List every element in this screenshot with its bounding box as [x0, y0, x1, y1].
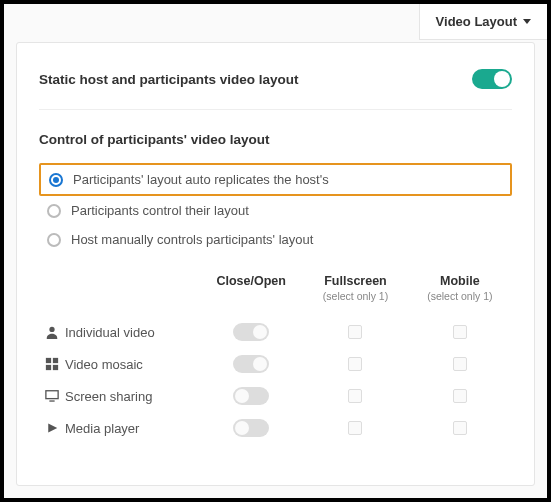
column-fullscreen: Fullscreen (select only 1) — [303, 274, 407, 302]
static-layout-toggle[interactable] — [472, 69, 512, 89]
control-title: Control of participants' video layout — [39, 132, 512, 147]
media-player-mobile-checkbox[interactable] — [453, 421, 467, 435]
svg-rect-4 — [53, 365, 58, 370]
column-mobile: Mobile (select only 1) — [408, 274, 512, 302]
svg-rect-2 — [53, 358, 58, 363]
row-label: Media player — [65, 421, 199, 436]
video-mosaic-fullscreen-checkbox[interactable] — [348, 357, 362, 371]
static-layout-title: Static host and participants video layou… — [39, 72, 299, 87]
settings-panel: Static host and participants video layou… — [16, 42, 535, 486]
individual-video-fullscreen-checkbox[interactable] — [348, 325, 362, 339]
row-video-mosaic: Video mosaic — [39, 348, 512, 380]
row-individual-video: Individual video — [39, 316, 512, 348]
video-mosaic-mobile-checkbox[interactable] — [453, 357, 467, 371]
individual-video-mobile-checkbox[interactable] — [453, 325, 467, 339]
radio-icon — [47, 204, 61, 218]
tab-label: Video Layout — [436, 14, 517, 29]
video-layout-tab[interactable]: Video Layout — [419, 4, 547, 40]
svg-rect-1 — [46, 358, 51, 363]
svg-rect-5 — [46, 391, 58, 399]
monitor-icon — [39, 389, 65, 403]
svg-rect-3 — [46, 365, 51, 370]
radio-icon — [47, 233, 61, 247]
radio-label: Host manually controls participants' lay… — [71, 232, 313, 247]
media-player-toggle[interactable] — [233, 419, 269, 437]
row-label: Video mosaic — [65, 357, 199, 372]
caret-down-icon — [523, 19, 531, 24]
radio-label: Participants' layout auto replicates the… — [73, 172, 329, 187]
row-media-player: Media player — [39, 412, 512, 444]
row-label: Individual video — [65, 325, 199, 340]
person-icon — [39, 325, 65, 339]
screen-sharing-fullscreen-checkbox[interactable] — [348, 389, 362, 403]
individual-video-toggle[interactable] — [233, 323, 269, 341]
radio-option-participants-control[interactable]: Participants control their layout — [39, 196, 512, 225]
screen-sharing-mobile-checkbox[interactable] — [453, 389, 467, 403]
media-player-fullscreen-checkbox[interactable] — [348, 421, 362, 435]
row-screen-sharing: Screen sharing — [39, 380, 512, 412]
row-label: Screen sharing — [65, 389, 199, 404]
svg-rect-6 — [49, 400, 54, 401]
radio-label: Participants control their layout — [71, 203, 249, 218]
column-close-open: Close/Open — [199, 274, 303, 302]
screen-sharing-toggle[interactable] — [233, 387, 269, 405]
play-icon — [39, 422, 65, 434]
radio-option-host-controls[interactable]: Host manually controls participants' lay… — [39, 225, 512, 254]
radio-icon — [49, 173, 63, 187]
grid-icon — [39, 357, 65, 371]
radio-option-auto-replicate[interactable]: Participants' layout auto replicates the… — [39, 163, 512, 196]
svg-point-0 — [49, 327, 54, 332]
video-mosaic-toggle[interactable] — [233, 355, 269, 373]
